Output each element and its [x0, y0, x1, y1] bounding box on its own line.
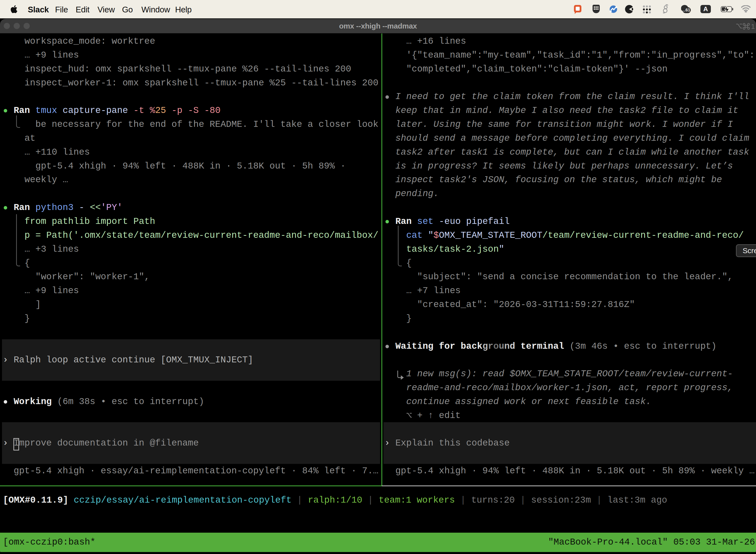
svg-text:1: 1	[751, 22, 755, 30]
